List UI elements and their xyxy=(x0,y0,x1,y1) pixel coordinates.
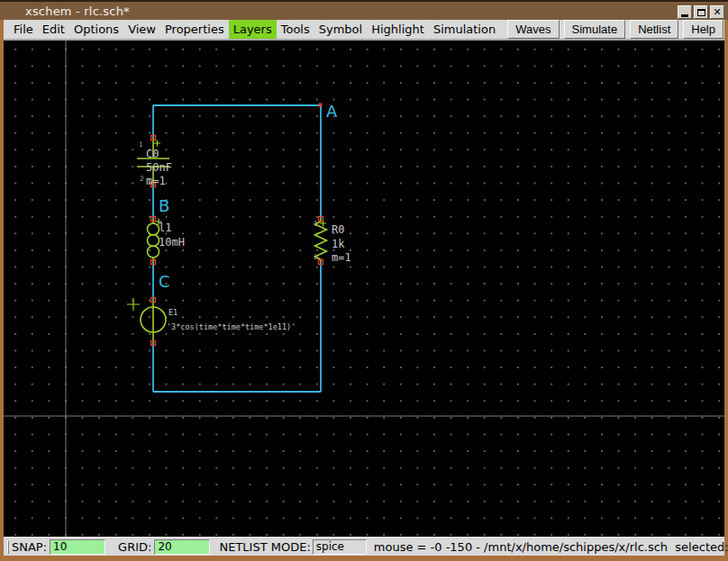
resistor-R0[interactable]: 1 2 R0 1k m=1 xyxy=(314,217,351,265)
menu-view[interactable]: View xyxy=(123,20,160,39)
menu-layers[interactable]: Layers xyxy=(229,20,277,39)
statusbar-grip xyxy=(7,540,9,554)
netlist-button[interactable]: Netlist xyxy=(630,20,678,39)
component-value: 1k xyxy=(332,238,345,250)
component-value: '3*cos(time*time*time*1e11)' xyxy=(167,322,296,331)
simulate-button[interactable]: Simulate xyxy=(564,20,626,39)
maximize-icon xyxy=(697,9,705,16)
component-value: 10mH xyxy=(159,236,185,249)
inductor-l1[interactable]: l1 10mH xyxy=(148,217,185,265)
plus-icon xyxy=(154,140,160,147)
grid-input[interactable] xyxy=(154,539,210,555)
menu-tools[interactable]: Tools xyxy=(277,20,314,39)
pin-number: 2 xyxy=(314,253,318,261)
waves-button[interactable]: Waves xyxy=(507,20,559,39)
component-ref: E1 xyxy=(168,308,177,317)
node-label-C[interactable]: C xyxy=(159,272,170,291)
component-ref: C0 xyxy=(146,148,159,160)
plus-icon xyxy=(127,298,140,311)
close-icon: ✕ xyxy=(713,8,721,17)
minimize-button[interactable] xyxy=(678,5,692,19)
pin-number: 1 xyxy=(139,140,143,149)
menu-highlight[interactable]: Highlight xyxy=(367,20,429,39)
menu-options[interactable]: Options xyxy=(69,20,123,39)
schematic-canvas[interactable]: 1 2 C0 50nF m=1 l1 10mH xyxy=(4,41,724,537)
capacitor-C0[interactable]: 1 2 C0 50nF m=1 xyxy=(137,136,172,188)
wires[interactable] xyxy=(153,105,321,392)
menu-properties[interactable]: Properties xyxy=(160,20,229,39)
pin-number: 1 xyxy=(314,220,318,228)
window-title: xschem - rlc.sch* xyxy=(25,5,130,18)
wire-end-marker xyxy=(319,104,323,107)
maximize-button[interactable] xyxy=(694,5,708,19)
node-label-A[interactable]: A xyxy=(326,102,338,121)
menubar: File Edit Options View Properties Layers… xyxy=(4,20,724,41)
component-ref: R0 xyxy=(332,223,344,236)
component-ref: l1 xyxy=(159,222,171,234)
voltage-source-E1[interactable]: E1 '3*cos(time*time*time*1e11)' xyxy=(127,298,296,346)
window-controls: ✕ xyxy=(678,5,724,19)
menu-symbol[interactable]: Symbol xyxy=(314,20,367,39)
node-label-B[interactable]: B xyxy=(159,196,169,215)
component-param: m=1 xyxy=(146,175,166,187)
grid-label: GRID: xyxy=(118,540,151,554)
help-button[interactable]: Help xyxy=(683,20,723,39)
menu-simulation[interactable]: Simulation xyxy=(429,20,500,39)
statusbar-info: mouse = -0 -150 - /mnt/x/home/schippes/x… xyxy=(374,540,728,554)
menu-edit[interactable]: Edit xyxy=(38,20,69,39)
pin-number: 2 xyxy=(140,175,144,183)
component-param: m=1 xyxy=(332,251,351,264)
snap-input[interactable] xyxy=(50,539,105,555)
close-button[interactable]: ✕ xyxy=(710,5,724,19)
schematic-svg[interactable]: 1 2 C0 50nF m=1 l1 10mH xyxy=(4,41,724,537)
menu-file[interactable]: File xyxy=(9,20,38,39)
snap-label: SNAP: xyxy=(12,540,47,554)
component-value: 50nF xyxy=(146,161,172,174)
xschem-window: xschem - rlc.sch* ✕ File Edit Options Vi… xyxy=(0,0,728,561)
minimize-icon xyxy=(681,14,688,17)
statusbar: SNAP: GRID: NETLIST MODE: mouse = -0 -15… xyxy=(4,537,724,556)
netlist-mode-label: NETLIST MODE: xyxy=(219,540,310,554)
titlebar[interactable]: xschem - rlc.sch* ✕ xyxy=(0,0,728,20)
netlist-mode-input[interactable] xyxy=(313,539,367,555)
